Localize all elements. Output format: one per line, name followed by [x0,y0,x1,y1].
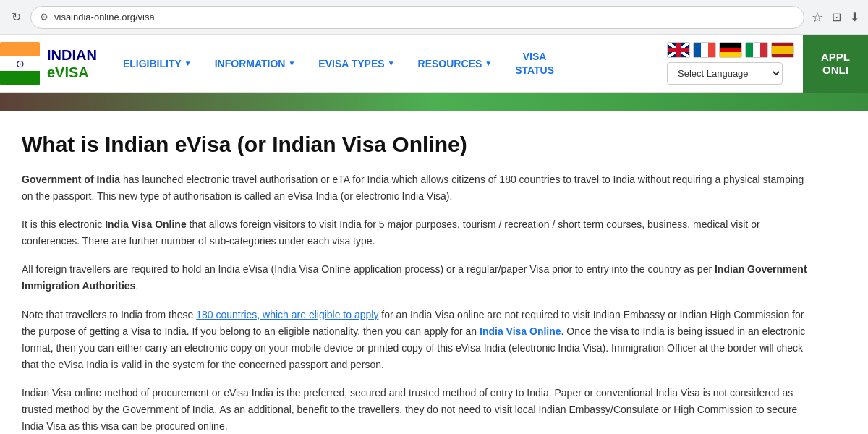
paragraph-1: Government of India has launched electro… [22,171,810,205]
navbar: ⊙ INDIAN eVISA ELIGIBILITY ▼ INFORMATION… [0,35,868,93]
extension-icon[interactable]: ⊡ [832,10,841,24]
information-dropdown-icon: ▼ [288,59,295,67]
header-right: Select Language [658,35,803,92]
nav-menu: ELIGIBILITY ▼ INFORMATION ▼ eVISA TYPES … [111,35,658,92]
para2-start: It is this electronic [22,218,105,230]
nav-evisa-types[interactable]: eVISA TYPES ▼ [307,35,406,93]
flag-white: ⊙ [0,56,40,71]
flag-green [0,71,40,85]
flag-uk[interactable] [667,42,690,58]
star-icon[interactable]: ☆ [812,9,823,25]
browser-chrome: ↻ ⚙ visaindia-online.org/visa ☆ ⊡ ⬇ [0,0,868,35]
india-flag: ⊙ [0,42,40,85]
download-icon[interactable]: ⬇ [850,10,859,24]
logo-evisa-text: eVISA [47,64,97,81]
flag-saffron [0,42,40,56]
url-text: visaindia-online.org/visa [54,12,155,22]
flags-row [667,42,794,58]
para3-end: . [135,280,138,292]
nav-information[interactable]: INFORMATION ▼ [203,35,307,93]
language-select[interactable]: Select Language [667,62,783,85]
paragraph-2: It is this electronic India Visa Online … [22,216,810,250]
main-content: What is Indian eVisa (or Indian Visa Onl… [0,111,832,434]
nav-visa-status[interactable]: VISA STATUS [503,35,566,93]
browser-toolbar: ☆ ⊡ ⬇ [812,9,859,25]
para2-bold: India Visa Online [105,218,187,230]
para4-start: Note that travellers to India from these [22,309,196,320]
eligible-countries-link[interactable]: 180 countries, which are eligible to app… [196,309,378,320]
shield-icon: ⚙ [40,12,48,22]
flag-de[interactable] [719,42,742,58]
flag-es[interactable] [771,42,794,58]
flag-fr[interactable] [693,42,716,58]
ashoka-chakra: ⊙ [16,58,25,69]
refresh-icon[interactable]: ↻ [9,10,23,25]
hero-banner [0,93,868,111]
address-bar[interactable]: ⚙ visaindia-online.org/visa [30,6,804,29]
paragraph-5: Indian Visa online method of procurement… [22,385,810,434]
para1-bold: Government of India [22,174,120,185]
para4-bold: India Visa Online [480,326,561,337]
logo-indian-text: INDIAN [47,46,97,64]
paragraph-3: All foreign travellers are required to h… [22,261,810,294]
para1-text: has launched electronic travel authorisa… [22,174,804,202]
nav-resources[interactable]: RESOURCES ▼ [407,35,504,93]
nav-eligibility[interactable]: ELIGIBILITY ▼ [111,35,203,93]
logo-text: INDIAN eVISA [47,46,97,81]
evisa-types-dropdown-icon: ▼ [388,59,395,67]
paragraph-4: Note that travellers to India from these… [22,307,810,373]
para3-start: All foreign travellers are required to h… [22,263,715,275]
logo-area: ⊙ INDIAN eVISA [0,35,97,92]
page-title: What is Indian eVisa (or Indian Visa Onl… [22,132,810,157]
flag-it[interactable] [745,42,768,58]
eligibility-dropdown-icon: ▼ [184,59,192,67]
apply-online-button[interactable]: APPL ONLI [803,35,868,93]
resources-dropdown-icon: ▼ [485,59,492,67]
